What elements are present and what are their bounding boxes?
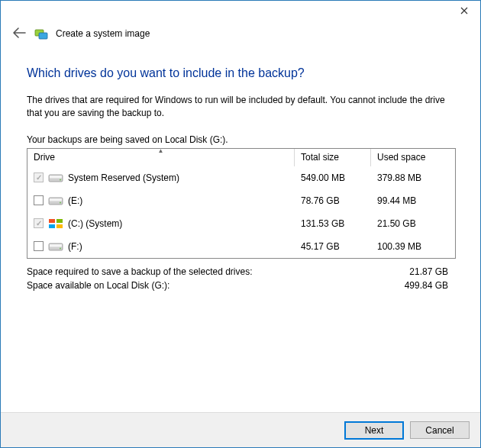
drive-cell: (E:) bbox=[27, 194, 295, 208]
drive-checkbox bbox=[34, 172, 44, 182]
wizard-header: Create a system image bbox=[1, 24, 480, 48]
system-image-icon bbox=[34, 27, 48, 40]
close-button[interactable] bbox=[448, 1, 480, 21]
sort-indicator-icon: ▲ bbox=[158, 147, 164, 154]
svg-rect-9 bbox=[56, 219, 63, 223]
wizard-title: Create a system image bbox=[56, 28, 150, 39]
column-header-total[interactable]: Total size bbox=[295, 149, 371, 166]
svg-rect-3 bbox=[50, 176, 62, 179]
drive-label: System Reserved (System) bbox=[68, 172, 179, 183]
page-description: The drives that are required for Windows… bbox=[27, 94, 456, 121]
total-size-value: 45.17 GB bbox=[295, 240, 371, 253]
space-required-value: 21.87 GB bbox=[409, 266, 448, 277]
windows-logo-icon bbox=[48, 218, 63, 229]
drive-table: Drive ▲ Total size Used space System Res… bbox=[27, 148, 456, 259]
page-heading: Which drives do you want to include in t… bbox=[27, 66, 456, 80]
svg-rect-1 bbox=[39, 33, 47, 39]
total-size-value: 549.00 MB bbox=[295, 171, 371, 185]
table-row: (F:)45.17 GB100.39 MB bbox=[27, 235, 455, 258]
column-header-used[interactable]: Used space bbox=[371, 149, 455, 166]
wizard-footer: Next Cancel bbox=[1, 412, 480, 447]
total-size-value: 78.76 GB bbox=[295, 194, 371, 208]
back-button[interactable] bbox=[11, 27, 27, 40]
svg-point-7 bbox=[60, 201, 61, 203]
space-available-value: 499.84 GB bbox=[405, 280, 448, 291]
space-summary: Space required to save a backup of the s… bbox=[27, 265, 456, 292]
table-row: System Reserved (System)549.00 MB379.88 … bbox=[27, 166, 455, 189]
drive-checkbox bbox=[34, 218, 44, 228]
svg-rect-11 bbox=[56, 224, 63, 228]
drive-checkbox[interactable] bbox=[34, 195, 44, 205]
drive-checkbox[interactable] bbox=[34, 241, 44, 251]
next-button[interactable]: Next bbox=[344, 421, 404, 440]
drive-label: (E:) bbox=[68, 195, 82, 206]
title-bar bbox=[1, 1, 480, 24]
used-space-value: 21.50 GB bbox=[371, 217, 455, 230]
drive-label: (C:) (System) bbox=[68, 218, 122, 229]
table-row: (E:)78.76 GB99.44 MB bbox=[27, 189, 455, 212]
svg-rect-10 bbox=[49, 224, 55, 228]
total-size-value: 131.53 GB bbox=[295, 217, 371, 230]
hard-drive-icon bbox=[48, 195, 63, 206]
space-available-label: Space available on Local Disk (G:): bbox=[27, 280, 169, 291]
used-space-value: 379.88 MB bbox=[371, 171, 455, 185]
close-icon bbox=[460, 7, 468, 15]
svg-rect-13 bbox=[50, 244, 62, 247]
table-header: Drive ▲ Total size Used space bbox=[27, 149, 455, 166]
backup-destination-text: Your backups are being saved on Local Di… bbox=[27, 134, 456, 145]
drive-cell: (F:) bbox=[27, 240, 295, 253]
hard-drive-icon bbox=[48, 241, 63, 252]
drive-cell: (C:) (System) bbox=[27, 217, 295, 230]
back-arrow-icon bbox=[12, 27, 26, 38]
svg-rect-6 bbox=[50, 198, 62, 201]
used-space-value: 99.44 MB bbox=[371, 194, 455, 208]
space-required-label: Space required to save a backup of the s… bbox=[27, 266, 253, 277]
svg-rect-8 bbox=[49, 219, 55, 223]
wizard-content: Which drives do you want to include in t… bbox=[1, 48, 480, 300]
drive-label: (F:) bbox=[68, 241, 82, 252]
cancel-button[interactable]: Cancel bbox=[410, 421, 470, 439]
svg-point-14 bbox=[60, 247, 61, 249]
used-space-value: 100.39 MB bbox=[371, 240, 455, 253]
column-header-drive[interactable]: Drive ▲ bbox=[27, 149, 295, 166]
hard-drive-icon bbox=[48, 172, 63, 183]
svg-point-4 bbox=[60, 179, 61, 180]
drive-cell: System Reserved (System) bbox=[27, 171, 295, 185]
table-row: (C:) (System)131.53 GB21.50 GB bbox=[27, 212, 455, 235]
